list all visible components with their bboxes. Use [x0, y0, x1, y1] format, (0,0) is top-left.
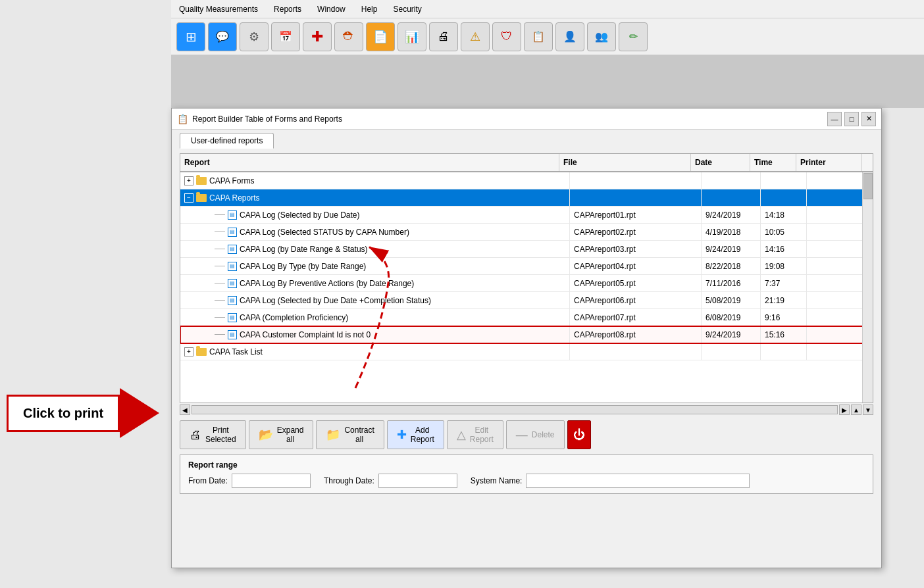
row-time-8: 15:16 [761, 326, 807, 343]
edit-report-label: Edit Report [470, 426, 494, 444]
row-date-5: 7/11/2016 [702, 275, 761, 291]
report-file-icon-6: ▤ [228, 296, 237, 305]
col-date[interactable]: Date [691, 154, 750, 171]
expand-icon-capa-task[interactable]: + [184, 347, 193, 356]
chart-toolbar-btn[interactable]: 📊 [398, 22, 426, 51]
add-report-label: Add Report [411, 426, 434, 444]
menu-quality-measurements[interactable]: Quality Measurements [176, 3, 261, 15]
from-date-input[interactable] [232, 474, 311, 488]
power-button[interactable]: ⏻ [567, 420, 591, 449]
table-row[interactable]: ▤ CAPA Log (Selected STATUS by CAPA Numb… [180, 224, 873, 241]
menu-help[interactable]: Help [359, 3, 380, 15]
table-row-highlighted[interactable]: ▤ CAPA Customer Complaint Id is not 0 CA… [180, 326, 873, 343]
row-time-3: 14:16 [761, 241, 807, 257]
contract-all-button[interactable]: 📁 Contract all [316, 420, 384, 449]
row-date-task [702, 343, 761, 360]
table-row[interactable]: ▤ CAPA Log (by Date Range & Status) CAPA… [180, 241, 873, 258]
gear-toolbar-btn[interactable]: ⚙ [240, 22, 269, 51]
expand-icon-capa-forms[interactable]: + [184, 176, 193, 185]
scroll-right-btn[interactable]: ▶ [839, 404, 850, 415]
row-name-report-2: ▤ CAPA Log (Selected STATUS by CAPA Numb… [180, 224, 570, 240]
tab-user-defined-reports[interactable]: User-defined reports [180, 133, 274, 149]
horizontal-scrollbar[interactable] [192, 405, 838, 414]
add-report-button[interactable]: ✚ Add Report [387, 420, 444, 449]
scrollbar-thumb[interactable] [863, 173, 873, 199]
row-name-capa-task: + CAPA Task List [180, 343, 570, 360]
table-body: + CAPA Forms − CAPA Reports [180, 172, 873, 403]
table-row[interactable]: ▤ CAPA Log (Selected by Due Date +Comple… [180, 292, 873, 309]
row-date-1: 9/24/2019 [702, 207, 761, 223]
row-time-task [761, 343, 807, 360]
minimize-button[interactable]: — [827, 112, 842, 126]
plus-toolbar-btn[interactable]: ✚ [303, 22, 332, 51]
edit-report-button[interactable]: △ Edit Report [447, 420, 503, 449]
col-time[interactable]: Time [750, 154, 796, 171]
list-toolbar-btn[interactable]: 📋 [524, 22, 553, 51]
row-file-6: CAPAreport06.rpt [570, 292, 702, 308]
row-file-2: CAPAreport02.rpt [570, 224, 702, 240]
users-toolbar-btn[interactable]: 👥 [587, 22, 616, 51]
shield-toolbar-btn[interactable]: 🛡 [492, 22, 521, 51]
menubar: Quality Measurements Reports Window Help… [171, 0, 924, 18]
menu-reports[interactable]: Reports [271, 3, 304, 15]
menu-security[interactable]: Security [390, 3, 424, 15]
close-button[interactable]: ✕ [861, 112, 876, 126]
maximize-button[interactable]: □ [844, 112, 859, 126]
scroll-down-btn[interactable]: ▼ [863, 404, 873, 415]
grid-toolbar-btn[interactable]: ⊞ [176, 22, 205, 51]
print-selected-button[interactable]: 🖨 Print Selected [180, 420, 246, 449]
table-row[interactable]: ▤ CAPA Log (Selected by Due Date) CAPAre… [180, 207, 873, 224]
document-toolbar-btn[interactable]: 📄 [366, 22, 395, 51]
table-header: Report File Date Time Printer [180, 154, 873, 172]
expand-btn-icon: 📂 [259, 428, 273, 442]
scroll-left-btn[interactable]: ◀ [180, 404, 190, 415]
delete-button[interactable]: — Delete [506, 420, 565, 449]
table-row[interactable]: ▤ CAPA (Completion Proficiency) CAPArepo… [180, 309, 873, 326]
table-scrollbar[interactable] [862, 172, 873, 403]
contract-all-label: Contract all [344, 426, 374, 444]
from-date-label: From Date: [188, 476, 228, 485]
printer-btn-icon: 🖨 [190, 428, 201, 442]
printer-toolbar-btn[interactable]: 🖨 [429, 22, 458, 51]
help-toolbar-btn[interactable]: ⛑ [334, 22, 363, 51]
expand-all-button[interactable]: 📂 Expand all [249, 420, 314, 449]
toolbar: ⊞ 💬 ⚙ 📅 ✚ ⛑ 📄 📊 🖨 ⚠ 🛡 📋 👤 👥 ✏ [171, 18, 924, 55]
table-row[interactable]: + CAPA Forms [180, 172, 873, 189]
row-date-8: 9/24/2019 [702, 326, 761, 343]
report-file-icon-7: ▤ [228, 313, 237, 322]
table-row[interactable]: ▤ CAPA Log By Type (by Date Range) CAPAr… [180, 258, 873, 275]
titlebar-title-area: 📋 Report Builder Table of Forms and Repo… [177, 114, 342, 124]
col-file[interactable]: File [559, 154, 691, 171]
edit-toolbar-btn[interactable]: ✏ [619, 22, 648, 51]
row-name-report-3: ▤ CAPA Log (by Date Range & Status) [180, 241, 570, 257]
row-date-capa-forms [702, 172, 761, 189]
table-row[interactable]: − CAPA Reports [180, 189, 873, 207]
user-add-toolbar-btn[interactable]: 👤 [555, 22, 584, 51]
expand-icon-capa-reports[interactable]: − [184, 193, 193, 203]
scroll-up-btn[interactable]: ▲ [851, 404, 861, 415]
folder-icon-capa-task [196, 348, 207, 356]
row-time-capa-forms [761, 172, 807, 189]
calendar-toolbar-btn[interactable]: 📅 [271, 22, 300, 51]
table-row[interactable]: + CAPA Task List [180, 343, 873, 360]
menu-window[interactable]: Window [315, 3, 348, 15]
row-time-2: 10:05 [761, 224, 807, 240]
row-date-capa-reports [702, 189, 761, 206]
row-file-7: CAPAreport07.rpt [570, 309, 702, 326]
col-printer[interactable]: Printer [796, 154, 862, 171]
range-fields: From Date: Through Date: System Name: [188, 474, 865, 488]
through-date-input[interactable] [378, 474, 457, 488]
row-name-report-8: ▤ CAPA Customer Complaint Id is not 0 [180, 326, 570, 343]
folder-icon-capa-forms [196, 177, 207, 185]
chat-toolbar-btn[interactable]: 💬 [208, 22, 237, 51]
table-row[interactable]: ▤ CAPA Log By Preventive Actions (by Dat… [180, 275, 873, 292]
dialog-title: Report Builder Table of Forms and Report… [192, 114, 342, 124]
report-range-title: Report range [188, 460, 865, 470]
col-report[interactable]: Report [180, 154, 559, 171]
row-file-4: CAPAreport04.rpt [570, 258, 702, 274]
system-name-group: System Name: [471, 474, 750, 488]
warning-toolbar-btn[interactable]: ⚠ [461, 22, 490, 51]
col-scroll-placeholder [862, 154, 873, 171]
system-name-input[interactable] [526, 474, 750, 488]
row-name-capa-reports: − CAPA Reports [180, 189, 570, 206]
